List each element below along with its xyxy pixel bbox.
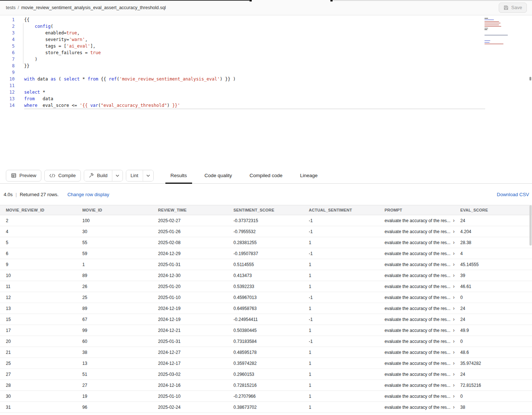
table-row: 5552025-02-080.283812551evaluate the acc… <box>0 237 532 248</box>
expand-cell-icon[interactable]: › <box>453 284 454 289</box>
prompt-text: evaluate the accuracy of the res... <box>385 405 450 410</box>
cell-movie_id: 96 <box>76 402 152 413</box>
cell-review_time: 2025-02-08 <box>152 237 228 248</box>
cell-sentiment_score: 0.5114555 <box>228 259 303 270</box>
change-row-display-link[interactable]: Change row display <box>67 192 109 197</box>
code-line[interactable]: 14where eval_score <= '{{ var("eval_accu… <box>0 102 532 109</box>
column-header-movie_review_id: MOVIE_REVIEW_ID <box>0 205 76 215</box>
expand-cell-icon[interactable]: › <box>453 251 454 256</box>
cell-movie_id: 51 <box>76 369 152 380</box>
cell-movie_review_id: 27 <box>0 369 76 380</box>
expand-cell-icon[interactable]: › <box>453 339 454 344</box>
cell-review_time: 2024-12-29 <box>152 248 228 259</box>
expand-cell-icon[interactable]: › <box>453 306 454 311</box>
cell-review_time: 2024-12-16 <box>152 380 228 391</box>
hammer-icon <box>89 173 94 178</box>
minimap[interactable] <box>484 17 511 45</box>
cell-movie_review_id: 25 <box>0 358 76 369</box>
sql-editor[interactable]: 1{{2 config(3 enabled=true,4 severity='w… <box>0 15 532 168</box>
cell-movie_review_id: 15 <box>0 314 76 325</box>
cell-eval_score: 48.6 <box>454 347 532 358</box>
preview-button[interactable]: Preview <box>6 170 41 182</box>
results-scrollbar[interactable] <box>529 205 532 410</box>
cell-movie_id: 89 <box>76 270 152 281</box>
column-header-sentiment_score: SENTIMENT_SCORE <box>228 205 303 215</box>
expand-cell-icon[interactable]: › <box>453 328 454 333</box>
line-number: 9 <box>0 69 15 76</box>
cell-prompt: evaluate the accuracy of the res...› <box>379 380 454 391</box>
cell-movie_review_id: 17 <box>0 325 76 336</box>
code-lines: 1{{2 config(3 enabled=true,4 severity='w… <box>0 16 532 109</box>
code-text: tags = ['ai_eval'], <box>24 43 95 49</box>
expand-cell-icon[interactable]: › <box>453 360 454 366</box>
download-csv-link[interactable]: Download CSV <box>497 192 529 197</box>
build-button-label: Build <box>97 173 108 178</box>
cell-review_time: 2025-01-20 <box>152 281 228 292</box>
lint-button[interactable]: Lint <box>126 170 143 181</box>
code-text: ) <box>24 56 37 63</box>
scrollbar-thumb[interactable] <box>529 205 532 246</box>
breadcrumb-folder[interactable]: tests <box>6 5 15 10</box>
cell-prompt: evaluate the accuracy of the res...› <box>379 237 454 248</box>
tab-results[interactable]: Results <box>162 168 196 183</box>
code-line[interactable]: 4 severity='warn', <box>0 36 532 43</box>
expand-cell-icon[interactable]: › <box>453 218 454 223</box>
expand-cell-icon[interactable]: › <box>453 262 454 267</box>
cell-actual_sentiment: 1 <box>303 380 379 391</box>
prompt-text: evaluate the accuracy of the res... <box>385 361 450 366</box>
tab-compiled-code[interactable]: Compiled code <box>241 168 291 183</box>
code-line[interactable]: 1{{ <box>0 16 532 23</box>
cell-prompt: evaluate the accuracy of the res...› <box>379 270 454 281</box>
cell-actual_sentiment: 1 <box>303 391 379 402</box>
expand-cell-icon[interactable]: › <box>453 240 454 245</box>
code-line[interactable]: 5 tags = ['ai_eval'], <box>0 43 532 49</box>
expand-cell-icon[interactable]: › <box>453 393 454 399</box>
code-line[interactable]: 9 <box>0 69 532 76</box>
expand-cell-icon[interactable]: › <box>453 382 454 388</box>
code-line[interactable]: 7 ) <box>0 56 532 63</box>
tab-code-quality[interactable]: Code quality <box>196 168 241 183</box>
results-panel[interactable]: MOVIE_REVIEW_IDMOVIE_IDREVIEW_TIMESENTIM… <box>0 205 532 413</box>
prompt-text: evaluate the accuracy of the res... <box>385 262 450 267</box>
cell-review_time: 2024-12-17 <box>152 358 228 369</box>
code-line[interactable]: 11 <box>0 82 532 89</box>
expand-cell-icon[interactable]: › <box>453 371 454 377</box>
code-line[interactable]: 3 enabled=true, <box>0 30 532 36</box>
cell-review_time: 2025-01-10 <box>152 292 228 303</box>
code-line[interactable]: 13from data <box>0 96 532 102</box>
expand-cell-icon[interactable]: › <box>453 349 454 355</box>
cell-movie_review_id: 31 <box>0 402 76 413</box>
editor-scrollbar[interactable] <box>529 77 531 81</box>
lint-dropdown-button[interactable] <box>143 170 153 181</box>
code-line[interactable]: 10with data as ( select * from {{ ref('m… <box>0 76 532 82</box>
expand-cell-icon[interactable]: › <box>453 317 454 322</box>
cell-sentiment_score: -0.19507837 <box>228 248 303 259</box>
expand-cell-icon[interactable]: › <box>453 404 454 410</box>
cell-actual_sentiment: -1 <box>303 292 379 303</box>
compile-button[interactable]: Compile <box>44 170 81 182</box>
cell-prompt: evaluate the accuracy of the res...› <box>379 314 454 325</box>
table-row: 20602025-01-310.73183584-1evaluate the a… <box>0 336 532 347</box>
expand-cell-icon[interactable]: › <box>453 229 454 234</box>
cell-movie_id: 13 <box>76 358 152 369</box>
code-line[interactable]: 12select * <box>0 89 532 96</box>
cell-sentiment_score: 0.35974282 <box>228 358 303 369</box>
save-button[interactable]: Save <box>499 3 527 13</box>
code-line[interactable]: 8}} <box>0 63 532 69</box>
cell-actual_sentiment: -1 <box>303 248 379 259</box>
compile-button-label: Compile <box>58 173 76 178</box>
expand-cell-icon[interactable]: › <box>453 273 454 278</box>
expand-cell-icon[interactable]: › <box>453 295 454 300</box>
tab-lineage[interactable]: Lineage <box>291 168 326 183</box>
prompt-text: evaluate the accuracy of the res... <box>385 383 450 388</box>
code-line[interactable]: 2 config( <box>0 23 532 30</box>
cell-eval_score: 38 <box>454 402 532 413</box>
cell-movie_review_id: 6 <box>0 248 76 259</box>
code-line[interactable]: 6 store_failures = true <box>0 49 532 56</box>
build-button[interactable]: Build <box>84 170 112 181</box>
prompt-text: evaluate the accuracy of the res... <box>385 317 450 322</box>
code-icon <box>49 173 55 178</box>
code-text: select * <box>24 89 45 96</box>
build-dropdown-button[interactable] <box>112 170 123 181</box>
cell-movie_id: 99 <box>76 325 152 336</box>
